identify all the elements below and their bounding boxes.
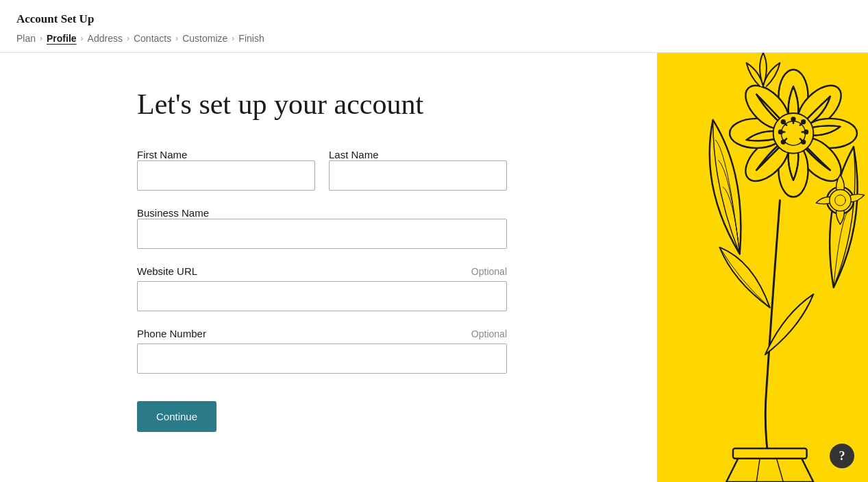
phone-number-optional: Optional [471, 328, 507, 339]
phone-number-group: Phone Number Optional [137, 328, 507, 374]
website-url-label: Website URL [137, 265, 197, 277]
name-row: First Name Last Name [137, 149, 507, 191]
breadcrumb-contacts[interactable]: Contacts [134, 33, 171, 44]
business-name-label: Business Name [137, 207, 507, 219]
right-panel: Feedback [657, 53, 868, 482]
main-layout: Let's set up your account First Name Las… [0, 53, 868, 482]
svg-point-12 [792, 117, 795, 121]
breadcrumb-sep-1: › [40, 34, 42, 43]
website-url-optional: Optional [471, 266, 507, 277]
breadcrumb-sep-4: › [175, 34, 178, 43]
help-button[interactable]: ? [830, 444, 854, 468]
svg-point-22 [802, 141, 805, 144]
breadcrumb-profile[interactable]: Profile [47, 33, 77, 44]
first-name-label: First Name [137, 149, 315, 160]
website-url-input[interactable] [137, 281, 507, 311]
svg-point-20 [779, 130, 782, 134]
last-name-group: Last Name [329, 149, 507, 191]
breadcrumb-customize[interactable]: Customize [182, 33, 227, 44]
phone-number-label: Phone Number [137, 328, 206, 339]
breadcrumb-plan[interactable]: Plan [16, 33, 36, 44]
page-title: Let's set up your account [137, 87, 616, 121]
svg-point-14 [802, 120, 805, 123]
last-name-label: Last Name [329, 149, 507, 160]
website-url-label-row: Website URL Optional [137, 265, 507, 277]
business-name-input[interactable] [137, 219, 507, 249]
last-name-input[interactable] [329, 160, 507, 191]
breadcrumb: Plan › Profile › Address › Contacts › Cu… [16, 33, 852, 52]
phone-number-label-row: Phone Number Optional [137, 328, 507, 339]
phone-number-input[interactable] [137, 344, 507, 374]
content-area: Let's set up your account First Name Las… [0, 53, 657, 482]
svg-point-18 [804, 130, 808, 134]
account-form: First Name Last Name Business Name Websi… [137, 149, 507, 432]
breadcrumb-finish[interactable]: Finish [238, 33, 264, 44]
svg-point-16 [782, 120, 785, 123]
breadcrumb-address[interactable]: Address [88, 33, 123, 44]
svg-point-24 [782, 141, 785, 144]
breadcrumb-sep-2: › [81, 34, 84, 43]
svg-rect-25 [733, 448, 807, 459]
header: Account Set Up Plan › Profile › Address … [0, 0, 868, 53]
first-name-group: First Name [137, 149, 315, 191]
breadcrumb-sep-3: › [127, 34, 129, 43]
business-name-group: Business Name [137, 207, 507, 249]
page-header-title: Account Set Up [16, 12, 852, 26]
svg-point-30 [835, 195, 846, 206]
continue-button[interactable]: Continue [137, 401, 216, 432]
website-url-group: Website URL Optional [137, 265, 507, 311]
first-name-input[interactable] [137, 160, 315, 191]
flower-illustration [657, 53, 868, 482]
breadcrumb-sep-5: › [232, 34, 234, 43]
